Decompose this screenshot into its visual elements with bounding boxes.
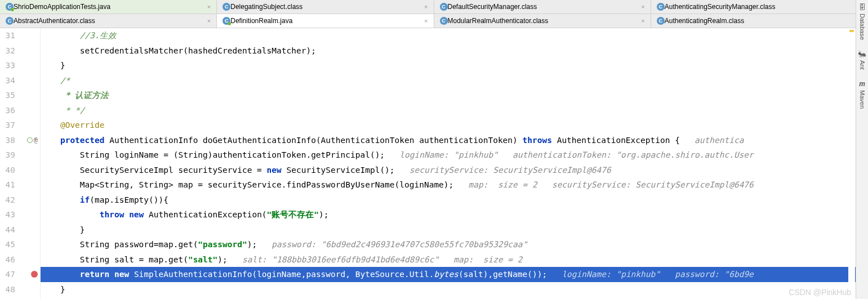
class-icon: C xyxy=(657,3,665,11)
line-number: 47 xyxy=(1,270,15,279)
tab-default-security-manager[interactable]: CDefaultSecurityManager.class× xyxy=(434,0,651,14)
breakpoint-icon[interactable] xyxy=(31,271,38,278)
line-number: 39 xyxy=(1,150,15,159)
close-icon[interactable]: × xyxy=(203,17,211,24)
tool-maven[interactable]: mMaven xyxy=(859,80,866,109)
code-text: } xyxy=(60,285,65,294)
override-gutter-icon[interactable] xyxy=(27,137,33,143)
tab-shrio-tests[interactable]: CShrioDemoApplicationTests.java× xyxy=(0,0,217,14)
code-text: String loginName = (String)authenticatio… xyxy=(80,150,385,159)
code-text: } xyxy=(60,61,65,70)
line-number: 42 xyxy=(1,195,15,204)
line-number: 44 xyxy=(1,225,15,234)
code-text: //3.生效 xyxy=(80,30,117,41)
inlay-hint: salt: "188bbb3016eef6dfb9d41bd6e4d89c6c"… xyxy=(228,255,523,264)
code-text: } xyxy=(80,225,85,234)
code-area[interactable]: //3.生效 setCredentialsMatcher(hashedCrede… xyxy=(41,28,868,299)
line-number: 34 xyxy=(1,76,15,85)
line-number: 46 xyxy=(1,255,15,264)
class-icon: C xyxy=(440,17,448,25)
tabs-row-2: CAbstractAuthenticator.class× CDefinitio… xyxy=(0,14,868,28)
gutter[interactable]: 31 32 33 34 35 36 37 38@ 39 40 41 42 43 … xyxy=(0,28,41,299)
line-number: 38 xyxy=(1,136,15,145)
inlay-hint: securityService: SecurityServiceImpl@647… xyxy=(395,166,611,175)
line-number: 35 xyxy=(1,91,15,100)
close-icon[interactable]: × xyxy=(420,3,428,10)
line-number: 32 xyxy=(1,46,15,55)
error-stripe[interactable] xyxy=(848,29,855,299)
right-toolbar: 🗄Database 🐜Ant mMaven xyxy=(856,0,868,299)
tool-database[interactable]: 🗄Database xyxy=(859,3,866,40)
class-icon: C xyxy=(440,3,448,11)
class-icon: C xyxy=(6,17,14,25)
tab-delegating-subject[interactable]: CDelegatingSubject.class× xyxy=(217,0,434,14)
tool-ant[interactable]: 🐜Ant xyxy=(858,50,866,70)
inlay-hint: map: size = 2 securityService: SecurityS… xyxy=(453,180,754,189)
close-icon[interactable]: × xyxy=(420,17,428,24)
line-number: 41 xyxy=(1,180,15,189)
code-text: * */ xyxy=(60,106,85,115)
watermark: CSDN @PinkHub xyxy=(789,288,851,297)
tabs-row-1: CShrioDemoApplicationTests.java× CDelega… xyxy=(0,0,868,14)
code-text: setCredentialsMatcher(hashedCredentialsM… xyxy=(80,46,316,55)
warning-marker[interactable] xyxy=(849,30,854,32)
line-number: 37 xyxy=(1,121,15,130)
code-text: /* xyxy=(60,76,70,85)
tab-authenticating-realm[interactable]: CAuthenticatingRealm.class× xyxy=(651,14,868,28)
tab-authenticating-security-manager[interactable]: CAuthenticatingSecurityManager.class× xyxy=(651,0,868,14)
editor[interactable]: 31 32 33 34 35 36 37 38@ 39 40 41 42 43 … xyxy=(0,28,868,299)
close-icon[interactable]: × xyxy=(203,3,211,10)
tab-abstract-authenticator[interactable]: CAbstractAuthenticator.class× xyxy=(0,14,217,28)
inlay-hint: password: "6bd9ed2c496931e4707c580e55fc7… xyxy=(257,240,527,249)
line-number: 40 xyxy=(1,166,15,175)
code-text: @Override xyxy=(60,121,105,130)
inlay-hint: loginName: "pinkhub" password: "6bd9e xyxy=(547,270,754,279)
line-number: 33 xyxy=(1,61,15,70)
ant-icon: 🐜 xyxy=(858,50,866,58)
line-number: 31 xyxy=(1,31,15,40)
line-number: 43 xyxy=(1,210,15,219)
line-number: 48 xyxy=(1,285,15,294)
code-text: * 认证方法 xyxy=(60,90,109,101)
code-text: Map<String, String> map = securityServic… xyxy=(80,180,453,189)
class-icon: C xyxy=(657,17,665,25)
tab-modular-realm-authenticator[interactable]: CModularRealmAuthenticator.class× xyxy=(434,14,651,28)
tab-definition-realm[interactable]: CDefinitionRealm.java× xyxy=(217,14,434,28)
java-icon: C xyxy=(6,3,14,11)
maven-icon: m xyxy=(859,80,865,88)
current-line: return new SimpleAuthenticationInfo(logi… xyxy=(41,267,868,282)
close-icon[interactable]: × xyxy=(636,17,644,24)
close-icon[interactable]: × xyxy=(636,3,644,10)
class-icon: C xyxy=(222,3,230,11)
inlay-hint: loginName: "pinkhub" authenticationToken… xyxy=(385,150,754,159)
line-number: 45 xyxy=(1,240,15,249)
java-icon: C xyxy=(222,17,230,25)
database-icon: 🗄 xyxy=(859,3,866,11)
line-number: 36 xyxy=(1,106,15,115)
